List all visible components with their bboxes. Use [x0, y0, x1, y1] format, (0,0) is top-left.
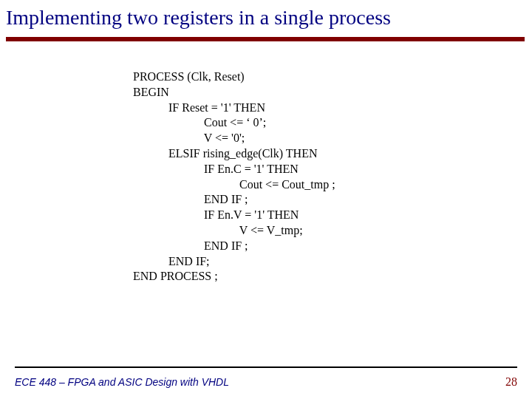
code-line: V <= '0';	[204, 132, 245, 144]
code-line: ELSIF rising_edge(Clk) THEN	[168, 147, 317, 160]
code-line: Cout <= Cout_tmp ;	[239, 178, 335, 191]
footer-rule	[15, 366, 517, 368]
code-line: PROCESS (Clk, Reset)	[133, 70, 245, 83]
code-line: END IF ;	[204, 193, 248, 205]
footer-course-label: ECE 448 – FPGA and ASIC Design with VHDL	[15, 376, 229, 388]
code-line: END PROCESS ;	[133, 270, 218, 282]
code-line: V <= V_tmp;	[239, 224, 303, 236]
code-line: BEGIN	[133, 86, 169, 98]
title-rule	[6, 37, 525, 41]
slide-number: 28	[505, 375, 517, 389]
slide-title: Implementing two registers in a single p…	[0, 0, 532, 37]
vhdl-code-block: PROCESS (Clk, Reset) BEGIN IF Reset = '1…	[133, 69, 532, 284]
code-line: END IF;	[168, 255, 210, 267]
code-line: IF En.C = '1' THEN	[204, 163, 299, 175]
slide-footer: ECE 448 – FPGA and ASIC Design with VHDL…	[15, 375, 517, 389]
code-line: IF En.V = '1' THEN	[204, 208, 299, 221]
code-line: Cout <= ‘ 0’;	[204, 116, 266, 129]
code-line: END IF ;	[204, 239, 248, 252]
code-line: IF Reset = '1' THEN	[168, 101, 265, 114]
